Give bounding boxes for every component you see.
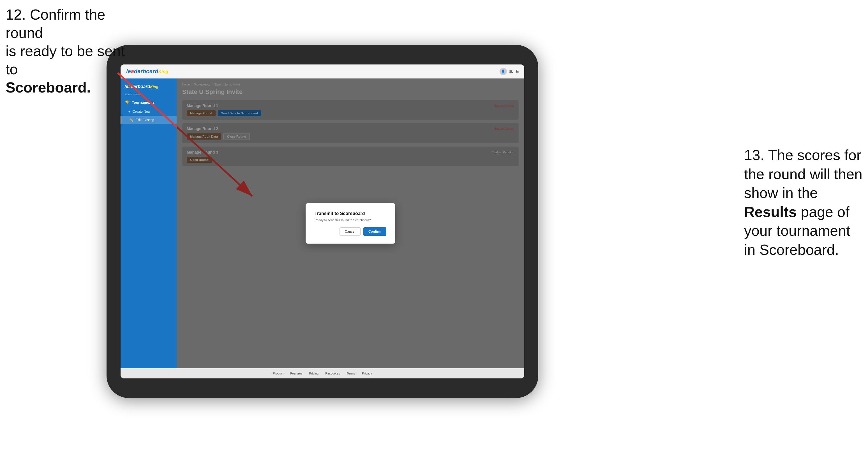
footer-link-resources[interactable]: Resources bbox=[325, 372, 340, 375]
footer-link-terms[interactable]: Terms bbox=[347, 372, 355, 375]
annotation-top-left: 12. Confirm the round is ready to be sen… bbox=[6, 6, 140, 97]
footer-link-features[interactable]: Features bbox=[290, 372, 302, 375]
tablet-screen: leaderboardKing 👤 Sign In leaderboardKin… bbox=[121, 64, 524, 378]
sign-in-link[interactable]: Sign In bbox=[509, 70, 519, 73]
tablet-device: leaderboardKing 👤 Sign In leaderboardKin… bbox=[106, 45, 538, 398]
sidebar-item-tournaments[interactable]: 🏆 Tournaments bbox=[121, 98, 177, 107]
create-new-label: Create New bbox=[133, 110, 150, 114]
annotation-bold: Scoreboard. bbox=[6, 79, 91, 96]
avatar: 👤 bbox=[500, 68, 507, 75]
footer: Product Features Pricing Resources Terms… bbox=[121, 368, 524, 378]
transmit-modal: Transmit to Scoreboard Ready to send thi… bbox=[306, 203, 395, 244]
edit-icon: ✏️ bbox=[129, 118, 133, 122]
trophy-icon: 🏆 bbox=[125, 100, 129, 104]
sidebar-item-create-new[interactable]: + Create New bbox=[121, 107, 177, 116]
sidebar-item-edit-existing[interactable]: ✏️ Edit Existing bbox=[121, 116, 177, 124]
modal-cancel-button[interactable]: Cancel bbox=[340, 227, 361, 236]
footer-link-product[interactable]: Product bbox=[273, 372, 283, 375]
modal-actions: Cancel Confirm bbox=[315, 227, 386, 236]
modal-title: Transmit to Scoreboard bbox=[315, 211, 386, 216]
annotation-results-bold: Results bbox=[744, 204, 797, 220]
content-area: Home / Tournaments / State U Spring Invi… bbox=[177, 79, 524, 368]
modal-overlay: Transmit to Scoreboard Ready to send thi… bbox=[177, 79, 524, 368]
sidebar: leaderboardKing MAIN MENU 🏆 Tournaments … bbox=[121, 79, 177, 368]
tournaments-label: Tournaments bbox=[132, 100, 154, 104]
annotation-line2: is ready to be sent to bbox=[6, 43, 125, 77]
annotation-right: 13. The scores for the round will then s… bbox=[744, 146, 862, 259]
top-nav-right: 👤 Sign In bbox=[500, 68, 519, 75]
main-layout: leaderboardKing MAIN MENU 🏆 Tournaments … bbox=[121, 79, 524, 368]
modal-subtitle: Ready to send this round to Scoreboard? bbox=[315, 218, 386, 222]
top-nav: leaderboardKing 👤 Sign In bbox=[121, 64, 524, 79]
plus-icon: + bbox=[128, 110, 130, 114]
edit-existing-label: Edit Existing bbox=[136, 118, 154, 122]
footer-link-privacy[interactable]: Privacy bbox=[362, 372, 372, 375]
annotation-line1: 12. Confirm the round bbox=[6, 6, 105, 41]
modal-confirm-button[interactable]: Confirm bbox=[363, 227, 386, 236]
footer-link-pricing[interactable]: Pricing bbox=[309, 372, 319, 375]
annotation-right-text: 13. The scores for the round will then s… bbox=[744, 147, 862, 258]
